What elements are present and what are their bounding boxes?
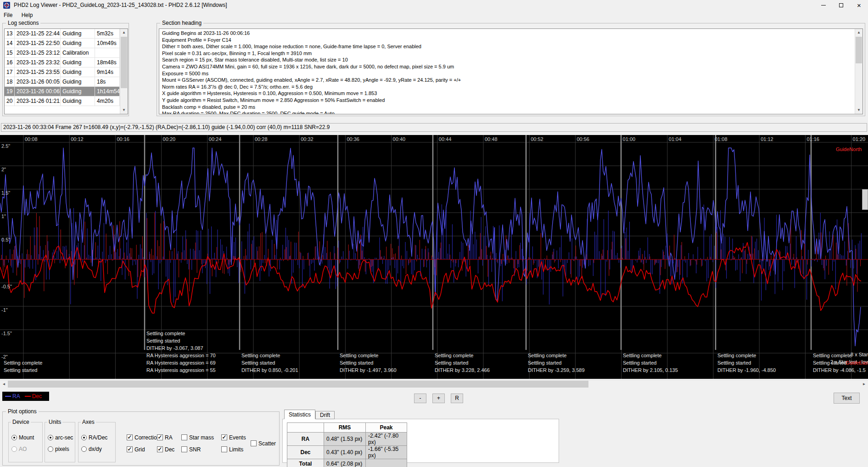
chart-text: Settling complete bbox=[528, 353, 566, 358]
tab-statistics[interactable]: Statistics bbox=[284, 410, 315, 419]
ra-series bbox=[0, 148, 861, 346]
checkbox-grid[interactable]: ✓Grid bbox=[127, 446, 145, 453]
radio-circle bbox=[11, 446, 17, 452]
log-section-row-17[interactable]: 172023-11-25 23:55:04Guiding9m14s bbox=[5, 68, 120, 77]
chart-text: Settling started bbox=[4, 367, 37, 373]
chart-text: 2" bbox=[1, 167, 6, 172]
scroll-right-icon[interactable]: ► bbox=[860, 380, 868, 388]
section-heading-line: Exposure = 5000 ms bbox=[162, 70, 852, 77]
log-section-row-18[interactable]: 182023-11-26 00:05:21Guiding18s bbox=[5, 77, 120, 87]
checkbox-label: Dec bbox=[165, 446, 174, 453]
chart-text: 00:36 bbox=[347, 136, 359, 142]
section-scroll-thumb[interactable] bbox=[856, 37, 862, 63]
log-sections-table[interactable]: 132023-11-25 22:44:47Guiding5m32s142023-… bbox=[4, 28, 128, 114]
checkbox-label: Scatter bbox=[258, 440, 276, 447]
radio-dx-dy[interactable]: dx/dy bbox=[81, 446, 102, 452]
log-section-row-15[interactable]: 152023-11-25 23:12:37Calibration bbox=[5, 48, 120, 58]
section-heading-text[interactable]: Guiding Begins at 2023-11-26 00:06:16Equ… bbox=[159, 28, 863, 114]
stats-header-row: RMSPeak bbox=[287, 423, 407, 433]
checkbox-ra[interactable]: ✓RA bbox=[157, 434, 173, 441]
radio-pixels[interactable]: pixels bbox=[48, 446, 69, 452]
stats-corner-cell bbox=[287, 423, 324, 433]
guide-graph[interactable]: 00:0800:1200:1600:2000:2400:2800:3200:36… bbox=[0, 135, 868, 379]
log-cell-datetime: 2023-11-26 01:21:36 bbox=[15, 96, 61, 106]
reset-zoom-button[interactable]: R bbox=[451, 394, 463, 403]
checkbox-dec[interactable]: ✓Dec bbox=[157, 446, 174, 453]
checkbox-box: ✓ bbox=[221, 434, 227, 440]
log-sections-scrollbar[interactable]: ▲ ▼ bbox=[120, 29, 128, 114]
checkbox-events[interactable]: ✓Events bbox=[221, 434, 246, 441]
checkbox-limits[interactable]: Limits bbox=[221, 446, 243, 453]
checkbox-box: ✓ bbox=[157, 434, 163, 440]
log-cell-datetime: 2023-11-25 22:50:30 bbox=[15, 39, 61, 48]
checkbox-box bbox=[221, 446, 227, 452]
radio-circle bbox=[48, 435, 53, 440]
maximize-button[interactable] bbox=[832, 0, 850, 11]
text-view-button[interactable]: Text bbox=[834, 393, 860, 404]
chart-text: 01:04 bbox=[669, 136, 682, 142]
minimize-button[interactable] bbox=[814, 0, 832, 11]
chart-text: Settling complete bbox=[146, 331, 185, 336]
zoom-in-button[interactable]: + bbox=[432, 394, 445, 403]
menu-file[interactable]: File bbox=[0, 11, 16, 18]
chart-text: 00:56 bbox=[577, 136, 589, 142]
zoom-out-button[interactable]: - bbox=[414, 394, 426, 403]
log-cell-datetime: 2023-11-26 00:05:21 bbox=[15, 77, 61, 86]
checkbox-star-mass[interactable]: Star mass bbox=[181, 434, 214, 441]
radio-label: RA/Dec bbox=[89, 434, 107, 441]
section-heading-group: Section heading Guiding Begins at 2023-1… bbox=[157, 23, 865, 116]
stats-rms-value: 0.43" (1.40 px) bbox=[324, 446, 366, 459]
chart-text: 00:52 bbox=[531, 136, 543, 142]
legend-ra: RA bbox=[5, 393, 20, 399]
chart-text: DITHER by -1.497, 3.960 bbox=[340, 367, 397, 373]
radio-mount[interactable]: Mount bbox=[11, 434, 34, 441]
checkbox-scatter[interactable]: Scatter bbox=[251, 440, 276, 447]
log-cell-datetime: 2023-11-26 00:06:16 bbox=[15, 87, 61, 96]
chart-text: 01:20 bbox=[853, 136, 866, 142]
chart-vertical-scroll-thumb[interactable] bbox=[862, 189, 868, 210]
checkbox-label: Events bbox=[229, 434, 246, 441]
stats-row-label: Dec bbox=[287, 446, 324, 459]
tab-drift[interactable]: Drift bbox=[315, 411, 335, 419]
chart-legend: RA Dec bbox=[2, 392, 49, 401]
legend-dec: Dec bbox=[25, 393, 42, 399]
log-section-row-19[interactable]: 192023-11-26 00:06:16Guiding1h14m54s bbox=[5, 87, 120, 96]
checkbox-label: RA bbox=[165, 434, 173, 441]
log-section-row-14[interactable]: 142023-11-25 22:50:30Guiding10m49s bbox=[5, 39, 120, 48]
log-cell-duration: 10m49s bbox=[95, 39, 120, 48]
window-title: PHD2 Log Viewer - PHD2_GuideLog_2023-11-… bbox=[14, 2, 227, 8]
section-heading-line: Camera = ZWO ASI174MM Mini, gain = 60, f… bbox=[162, 63, 852, 70]
section-heading-line: Guiding Begins at 2023-11-26 00:06:16 bbox=[162, 30, 852, 37]
section-heading-line: Equipment Profile = Foyer C14 bbox=[162, 37, 852, 44]
chart-text: Settling started bbox=[146, 338, 180, 343]
scroll-up-icon[interactable]: ▲ bbox=[120, 29, 128, 36]
stats-col-header-peak: Peak bbox=[366, 423, 407, 433]
log-section-row-16[interactable]: 162023-11-25 23:32:13Guiding18m48s bbox=[5, 58, 120, 68]
scroll-up-icon[interactable]: ▲ bbox=[855, 29, 862, 36]
radio-ra-dec[interactable]: RA/Dec bbox=[81, 434, 107, 441]
log-scroll-thumb[interactable] bbox=[121, 37, 127, 88]
chart-text: Settling complete bbox=[340, 353, 378, 358]
checkbox-snr[interactable]: SNR bbox=[181, 446, 201, 453]
chart-horizontal-scrollbar[interactable]: ◄ ► bbox=[0, 380, 868, 388]
section-heading-line: Search region = 15 px, Star mass toleran… bbox=[162, 56, 852, 63]
section-heading-scrollbar[interactable]: ▲ ▼ bbox=[855, 29, 862, 114]
checkbox-box: ✓ bbox=[127, 434, 133, 440]
scroll-left-icon[interactable]: ◄ bbox=[0, 380, 8, 388]
log-cell-datetime: 2023-11-25 22:44:47 bbox=[15, 29, 61, 38]
menu-help[interactable]: Help bbox=[18, 11, 37, 18]
h-scroll-thumb[interactable] bbox=[8, 381, 588, 388]
log-section-row-20[interactable]: 202023-11-26 01:21:36Guiding4m20s bbox=[5, 96, 120, 106]
stats-rms-value: 0.48" (1.53 px) bbox=[324, 433, 366, 446]
radio-circle bbox=[81, 446, 87, 452]
chart-text: 00:48 bbox=[485, 136, 498, 142]
axes-group: AxesRA/Decdx/dy bbox=[78, 422, 116, 462]
scroll-down-icon[interactable]: ▼ bbox=[120, 107, 128, 114]
close-button[interactable]: × bbox=[850, 0, 868, 11]
log-cell-duration: 18s bbox=[95, 77, 120, 86]
dec-line-swatch bbox=[25, 396, 31, 397]
radio-arc-sec[interactable]: arc-sec bbox=[48, 434, 73, 441]
section-heading-line: Max RA duration = 2500, Max DEC duration… bbox=[162, 110, 852, 114]
scroll-down-icon[interactable]: ▼ bbox=[855, 107, 862, 114]
log-section-row-13[interactable]: 132023-11-25 22:44:47Guiding5m32s bbox=[5, 29, 120, 39]
